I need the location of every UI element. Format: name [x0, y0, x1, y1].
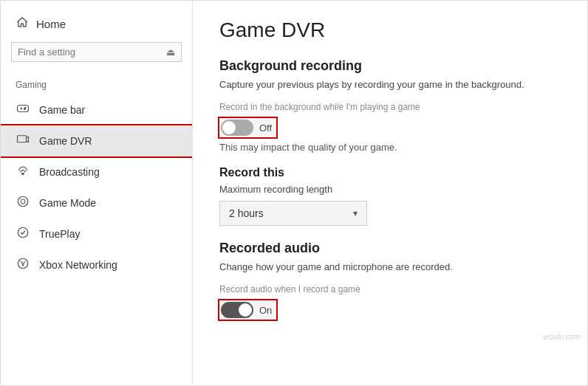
- sidebar-item-label-game-bar: Game bar: [39, 104, 85, 116]
- sidebar-item-label-game-dvr: Game DVR: [39, 135, 92, 147]
- svg-point-7: [18, 196, 28, 207]
- bg-toggle-label: Record in the background while I'm playi…: [219, 102, 561, 112]
- chevron-down-icon: ▾: [353, 208, 358, 218]
- audio-recording-toggle[interactable]: [221, 302, 253, 318]
- sidebar-item-label-broadcasting: Broadcasting: [39, 166, 100, 178]
- bg-recording-title: Background recording: [219, 58, 561, 74]
- svg-rect-5: [18, 136, 27, 142]
- svg-point-6: [22, 173, 24, 174]
- search-icon: ⏏: [166, 46, 175, 58]
- sidebar-item-broadcasting[interactable]: Broadcasting: [1, 156, 192, 187]
- recorded-audio-section: Recorded audio Change how your game and …: [219, 241, 561, 320]
- screen-record-icon: [16, 133, 30, 149]
- svg-point-4: [24, 108, 26, 110]
- broadcast-icon: [16, 164, 30, 180]
- sidebar-item-label-trueplay: TruePlay: [39, 228, 81, 240]
- page-title: Game DVR: [219, 18, 561, 42]
- sidebar-item-xbox-networking[interactable]: Xbox Networking: [1, 249, 192, 280]
- svg-rect-0: [18, 106, 29, 112]
- audio-toggle-label: Record audio when I record a game: [219, 284, 561, 294]
- svg-point-8: [21, 199, 25, 204]
- sidebar-item-game-bar[interactable]: Game bar: [1, 94, 192, 125]
- impact-note: This may impact the quality of your game…: [219, 142, 561, 153]
- audio-toggle-highlight: On: [219, 300, 276, 320]
- sidebar-item-game-dvr[interactable]: Game DVR: [1, 125, 192, 156]
- search-box[interactable]: ⏏: [11, 42, 182, 62]
- recorded-audio-desc: Change how your game and microphone are …: [219, 261, 561, 274]
- audio-toggle-knob: [239, 303, 252, 317]
- sidebar-item-game-mode[interactable]: Game Mode: [1, 187, 192, 218]
- trueplay-icon: [16, 226, 30, 242]
- record-this-title: Record this: [219, 166, 561, 179]
- bg-toggle-row: Off: [219, 118, 561, 137]
- bg-recording-section: Background recording Capture your previo…: [219, 58, 561, 153]
- bg-toggle-knob: [222, 121, 236, 134]
- audio-toggle-row: On: [219, 300, 561, 320]
- max-length-label: Maximum recording length: [219, 184, 561, 195]
- bg-toggle-state: Off: [259, 123, 272, 134]
- bg-recording-desc: Capture your previous plays by recording…: [219, 78, 561, 92]
- search-input[interactable]: [18, 46, 166, 58]
- sidebar: Home ⏏ Gaming Game bar: [1, 1, 193, 385]
- dropdown-value: 2 hours: [229, 207, 264, 219]
- sidebar-section-label: Gaming: [1, 74, 192, 94]
- bg-toggle-highlight: Off: [219, 118, 276, 137]
- max-length-dropdown[interactable]: 2 hours ▾: [219, 201, 367, 226]
- bg-recording-toggle[interactable]: [221, 120, 253, 136]
- watermark: wsxdn.com: [543, 333, 580, 341]
- home-icon: [16, 15, 29, 32]
- svg-point-9: [18, 227, 28, 238]
- home-label: Home: [36, 18, 66, 30]
- dropdown-row: 2 hours ▾: [219, 201, 561, 226]
- game-mode-icon: [16, 195, 30, 211]
- settings-window: Home ⏏ Gaming Game bar: [0, 0, 588, 386]
- sidebar-item-label-game-mode: Game Mode: [39, 197, 96, 209]
- main-content: Game DVR Background recording Capture yo…: [193, 1, 587, 385]
- sidebar-item-trueplay[interactable]: TruePlay: [1, 218, 192, 249]
- xbox-icon: [16, 257, 30, 273]
- sidebar-item-label-xbox-networking: Xbox Networking: [39, 259, 117, 271]
- record-this-section: Record this Maximum recording length 2 h…: [219, 166, 561, 226]
- audio-toggle-state: On: [259, 305, 272, 316]
- sidebar-item-home[interactable]: Home: [1, 1, 192, 42]
- recorded-audio-title: Recorded audio: [219, 241, 561, 256]
- gamepad-icon: [16, 102, 30, 118]
